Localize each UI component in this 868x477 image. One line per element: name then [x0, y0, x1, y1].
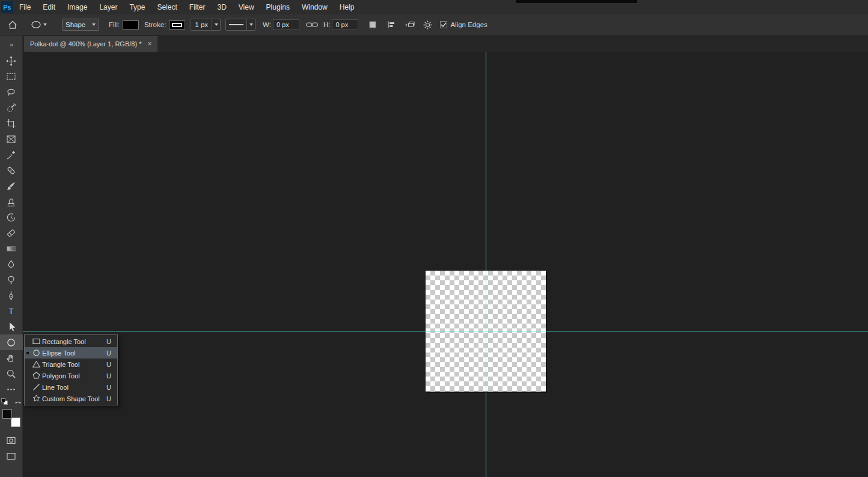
chain-link-icon: [306, 21, 318, 28]
flyout-item-line-tool[interactable]: Line Tool U: [25, 381, 117, 393]
ellipsis-icon: [6, 384, 16, 395]
menu-layer[interactable]: Layer: [93, 0, 123, 14]
ellipse-icon: [30, 348, 42, 357]
width-field[interactable]: 0 px: [273, 19, 299, 30]
menu-type[interactable]: Type: [123, 0, 151, 14]
home-button[interactable]: [7, 19, 18, 30]
blur-tool[interactable]: [0, 256, 23, 272]
menu-help[interactable]: Window: [296, 0, 334, 14]
path-arrangement-button[interactable]: [404, 20, 415, 29]
default-colors-icon: [1, 398, 8, 405]
menu-extra[interactable]: Help: [334, 0, 361, 14]
quick-mask-button[interactable]: [0, 432, 23, 448]
path-alignment-button[interactable]: [387, 20, 396, 29]
photoshop-window: Ps File Edit Image Layer Type Select Fil…: [0, 0, 868, 477]
document-tab[interactable]: Polka-dot @ 400% (Layer 1, RGB/8) * ×: [24, 36, 157, 52]
fill-color-swatch[interactable]: [123, 20, 139, 29]
height-field[interactable]: 0 px: [332, 19, 358, 30]
solid-line-icon: [229, 24, 243, 25]
crop-tool[interactable]: [0, 115, 23, 131]
height-label: H:: [323, 21, 331, 28]
guide-horizontal[interactable]: [23, 331, 868, 331]
background-window-sliver: [516, 0, 637, 3]
selection-arrow-icon: [6, 322, 16, 332]
type-tool-icon: T: [9, 307, 14, 316]
edit-toolbar-button[interactable]: [0, 381, 23, 397]
stroke-style-combo[interactable]: [225, 19, 255, 31]
swap-colors-button[interactable]: [14, 397, 22, 408]
background-color-swatch[interactable]: [11, 417, 20, 427]
tool-bar: »: [0, 35, 23, 477]
menu-bar: Ps File Edit Image Layer Type Select Fil…: [0, 0, 868, 14]
type-tool[interactable]: T: [0, 303, 23, 319]
width-label: W:: [263, 21, 271, 28]
pen-tool[interactable]: [0, 288, 23, 303]
ellipse-tool[interactable]: [0, 334, 23, 350]
menu-view[interactable]: 3D: [211, 0, 232, 14]
eraser-tool[interactable]: [0, 225, 23, 241]
width-value: 0 px: [277, 21, 289, 28]
menu-image[interactable]: Image: [61, 0, 93, 14]
marquee-tool[interactable]: [0, 69, 23, 84]
brush-tool[interactable]: [0, 178, 23, 194]
menu-select[interactable]: Select: [151, 0, 183, 14]
clone-stamp-tool[interactable]: [0, 194, 23, 209]
custom-shape-icon: [30, 394, 42, 403]
guide-vertical[interactable]: [486, 52, 486, 477]
rectangle-icon: [30, 337, 42, 346]
line-icon: [30, 383, 42, 392]
quick-selection-tool[interactable]: [0, 100, 23, 115]
zoom-tool[interactable]: [0, 366, 23, 381]
path-operations-button[interactable]: [368, 20, 377, 29]
triangle-icon: [30, 360, 42, 369]
menu-edit[interactable]: Edit: [37, 0, 61, 14]
eraser-icon: [6, 228, 16, 238]
hand-icon: [6, 353, 16, 363]
menu-3d[interactable]: Filter: [183, 0, 212, 14]
path-operations-icon: [368, 20, 377, 29]
move-tool[interactable]: [0, 53, 23, 69]
crop-icon: [6, 118, 16, 129]
lasso-tool[interactable]: [0, 84, 23, 100]
toolbar-expand-button[interactable]: »: [0, 35, 22, 53]
check-icon: [441, 22, 447, 27]
foreground-color-swatch[interactable]: [2, 409, 12, 419]
home-icon: [7, 19, 18, 30]
stroke-color-swatch[interactable]: [169, 20, 185, 29]
screen-mode-button[interactable]: [0, 448, 23, 464]
gear-icon: [423, 20, 433, 30]
flyout-item-triangle-tool[interactable]: Triangle Tool U: [25, 359, 117, 370]
history-brush-tool[interactable]: [0, 209, 23, 225]
menu-file[interactable]: File: [13, 0, 37, 14]
flyout-item-rectangle-tool[interactable]: Rectangle Tool U: [25, 336, 117, 347]
default-colors-button[interactable]: [1, 397, 8, 408]
shape-settings-button[interactable]: [423, 20, 433, 30]
path-selection-tool[interactable]: [0, 319, 23, 334]
move-icon: [6, 56, 16, 66]
chevron-down-icon: [215, 23, 218, 26]
dodge-tool[interactable]: [0, 272, 23, 288]
menu-window[interactable]: Plugins: [260, 0, 296, 14]
tool-preset-picker[interactable]: [29, 19, 49, 30]
chevron-down-icon: [43, 23, 47, 26]
canvas-area[interactable]: [23, 52, 868, 477]
link-dimensions-button[interactable]: [306, 21, 318, 28]
healing-brush-tool[interactable]: [0, 162, 23, 178]
stroke-width-combo[interactable]: 1 px: [191, 19, 221, 31]
stroke-label: Stroke:: [144, 21, 166, 28]
align-edges-label: Align Edges: [450, 21, 487, 28]
gradient-tool[interactable]: [0, 241, 23, 256]
frame-tool[interactable]: [0, 131, 23, 147]
eyedropper-tool[interactable]: [0, 147, 23, 162]
tool-mode-dropdown[interactable]: Shape: [62, 19, 99, 31]
hand-tool[interactable]: [0, 350, 23, 366]
current-tool-marker: [25, 352, 30, 354]
flyout-item-custom-shape-tool[interactable]: Custom Shape Tool U: [25, 393, 117, 404]
flyout-item-polygon-tool[interactable]: Polygon Tool U: [25, 370, 117, 381]
flyout-item-ellipse-tool[interactable]: Ellipse Tool U: [25, 347, 117, 359]
align-edges-checkbox[interactable]: [440, 21, 447, 28]
menu-plugins[interactable]: View: [233, 0, 260, 14]
clone-stamp-icon: [6, 197, 16, 207]
shape-tools-flyout: Rectangle Tool U Ellipse Tool U Triangle…: [24, 334, 118, 405]
tab-close-icon[interactable]: ×: [147, 40, 151, 48]
